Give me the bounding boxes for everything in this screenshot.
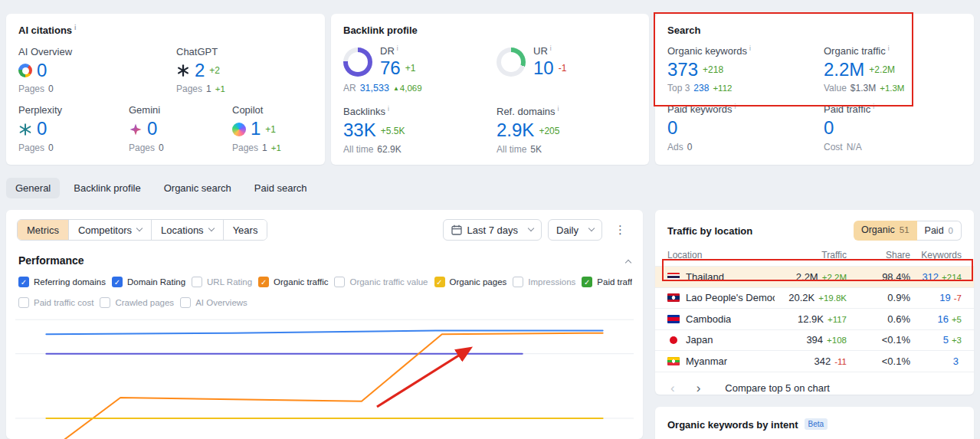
url-rating-block: UR 10 -1: [497, 45, 637, 93]
backlink-profile-title: Backlink profile: [343, 25, 637, 36]
next-page-button[interactable]: [693, 382, 704, 395]
dr-value[interactable]: 76: [380, 58, 401, 78]
years-button[interactable]: Years: [223, 220, 267, 240]
search-card: Search Organic keywords 373 +218 Top 3 2…: [655, 14, 974, 165]
metric-toggle-url-rating[interactable]: URL Rating: [192, 277, 252, 287]
date-range-button[interactable]: Last 7 days: [443, 219, 542, 241]
table-row-laos[interactable]: Lao People's Democratic Reput 20.2K+19.8…: [655, 288, 974, 310]
organic-traffic-value[interactable]: 2.2M: [824, 60, 864, 80]
perplexity-label: Perplexity: [18, 104, 129, 116]
chevron-down-icon: [208, 225, 214, 231]
myanmar-flag-icon: [667, 357, 680, 365]
chatgpt-count[interactable]: 2: [195, 61, 205, 80]
backlinks-label: Backlinks: [343, 106, 497, 117]
tab-backlink-profile[interactable]: Backlink profile: [64, 178, 149, 198]
ahrefs-rank-line: AR 31,533 4,069: [343, 83, 497, 93]
ahrefs-rank-value[interactable]: 31,533: [360, 83, 389, 93]
metric-checkbox-row-1: Referring domains Domain Rating URL Rati…: [17, 277, 632, 287]
metric-toggle-referring-domains[interactable]: Referring domains: [18, 277, 106, 287]
backlink-profile-card: Backlink profile DR 76 +1 AR 31,533: [331, 14, 649, 165]
checkbox-icon: [582, 277, 592, 287]
ai-overview-pages: Pages 0: [18, 84, 176, 94]
paid-keywords-value[interactable]: 0: [667, 118, 677, 138]
collapse-section-button[interactable]: [626, 255, 631, 267]
keywords-link[interactable]: 5: [943, 334, 949, 346]
ai-overview-count[interactable]: 0: [37, 61, 47, 80]
toggle-organic[interactable]: Organic51: [854, 221, 917, 241]
organic-traffic-delta: +2.2M: [869, 64, 895, 75]
ur-delta: -1: [559, 63, 567, 74]
ahrefs-rank-delta: 4,069: [393, 84, 422, 93]
metric-toggle-organic-traffic[interactable]: Organic traffic: [258, 277, 328, 287]
perplexity-count[interactable]: 0: [37, 119, 47, 139]
beta-badge: Beta: [805, 418, 828, 430]
paid-traffic-block: Paid traffic 0 Cost N/A: [824, 103, 962, 152]
metric-toggle-paid-traffic[interactable]: Paid traffic: [582, 277, 632, 287]
ref-domains-value[interactable]: 2.9K: [497, 120, 534, 140]
checkbox-icon: [192, 277, 202, 287]
table-row-cambodia[interactable]: Cambodia 12.9K+117 0.6% 16+5: [655, 309, 974, 330]
prev-page-button[interactable]: [667, 382, 678, 395]
tab-general[interactable]: General: [6, 178, 60, 198]
chatgpt-label: ChatGPT: [176, 46, 225, 57]
chatgpt-pages: Pages 1 +1: [176, 84, 225, 94]
compare-top5-button[interactable]: Compare top 5 on chart: [725, 382, 830, 394]
chevron-up-icon: [625, 259, 631, 265]
tab-organic-search[interactable]: Organic search: [155, 178, 241, 198]
paid-traffic-value[interactable]: 0: [824, 118, 834, 138]
ai-citations-title-text: AI citations: [18, 25, 72, 36]
backlinks-delta: +5.5K: [381, 126, 405, 136]
checkbox-icon: [112, 277, 123, 287]
dr-delta: +1: [405, 63, 416, 74]
granularity-button[interactable]: Daily: [548, 219, 602, 241]
keywords-link[interactable]: 19: [939, 292, 950, 303]
metric-toggle-crawled-pages[interactable]: Crawled pages: [100, 297, 174, 308]
gemini-count[interactable]: 0: [147, 119, 157, 139]
tab-paid-search[interactable]: Paid search: [245, 178, 316, 198]
metric-checkbox-row-2: Paid traffic cost Crawled pages AI Overv…: [17, 297, 632, 308]
paid-traffic-label: Paid traffic: [824, 103, 962, 115]
metric-toggle-organic-pages[interactable]: Organic pages: [434, 277, 507, 287]
search-title: Search: [667, 25, 962, 36]
performance-title: Performance: [18, 254, 84, 267]
ur-value[interactable]: 10: [533, 58, 554, 78]
performance-chart[interactable]: [15, 317, 634, 439]
organic-keywords-value[interactable]: 373: [667, 60, 698, 80]
backlinks-value[interactable]: 33K: [343, 120, 376, 140]
ur-label: UR: [533, 45, 566, 57]
metric-toggle-ai-overviews[interactable]: AI Overviews: [180, 297, 247, 308]
metric-toggle-paid-traffic-cost[interactable]: Paid traffic cost: [18, 297, 93, 308]
metric-toggle-organic-traffic-value[interactable]: Organic traffic value: [334, 277, 428, 287]
ai-citations-title: AI citations: [18, 25, 313, 36]
keywords-link[interactable]: 312: [922, 271, 939, 283]
checkbox-icon: [18, 277, 29, 287]
top3-value[interactable]: 238: [693, 83, 709, 93]
keywords-by-intent-title: Organic keywords by intent Beta: [667, 419, 962, 431]
keywords-link[interactable]: 16: [937, 313, 948, 325]
dr-donut-gauge: [343, 48, 372, 77]
toggle-paid[interactable]: Paid0: [917, 221, 962, 241]
overview-chart-panel: Metrics Competitors Locations Years Last…: [6, 210, 643, 439]
keywords-link[interactable]: 3: [953, 355, 959, 367]
competitors-button[interactable]: Competitors: [68, 220, 151, 240]
more-options-button[interactable]: [608, 223, 632, 237]
location-table-footer: Compare top 5 on chart: [655, 372, 974, 404]
domain-rating-block: DR 76 +1 AR 31,533 4,069: [343, 45, 497, 93]
copilot-delta: +1: [265, 124, 276, 135]
dr-label: DR: [380, 45, 415, 57]
chevron-down-icon: [528, 225, 534, 231]
table-row-japan[interactable]: Japan 394+108 <0.1% 5+3: [655, 330, 974, 352]
perplexity-icon: [18, 123, 32, 136]
gemini-icon: [129, 123, 143, 136]
chatgpt-icon: [176, 64, 190, 77]
checkbox-icon: [100, 297, 110, 308]
info-icon: [550, 44, 552, 52]
metrics-button[interactable]: Metrics: [18, 220, 68, 240]
chart-toolbar: Metrics Competitors Locations Years Last…: [17, 219, 632, 241]
table-row-thailand[interactable]: Thailand 2.2M+2.2M 98.4% 312+214: [655, 267, 974, 288]
copilot-count[interactable]: 1: [251, 119, 261, 139]
locations-button[interactable]: Locations: [151, 220, 223, 240]
metric-toggle-impressions[interactable]: Impressions: [513, 277, 575, 287]
metric-toggle-domain-rating[interactable]: Domain Rating: [112, 277, 185, 287]
table-row-myanmar[interactable]: Myanmar 342-11 <0.1% 3: [655, 351, 974, 372]
